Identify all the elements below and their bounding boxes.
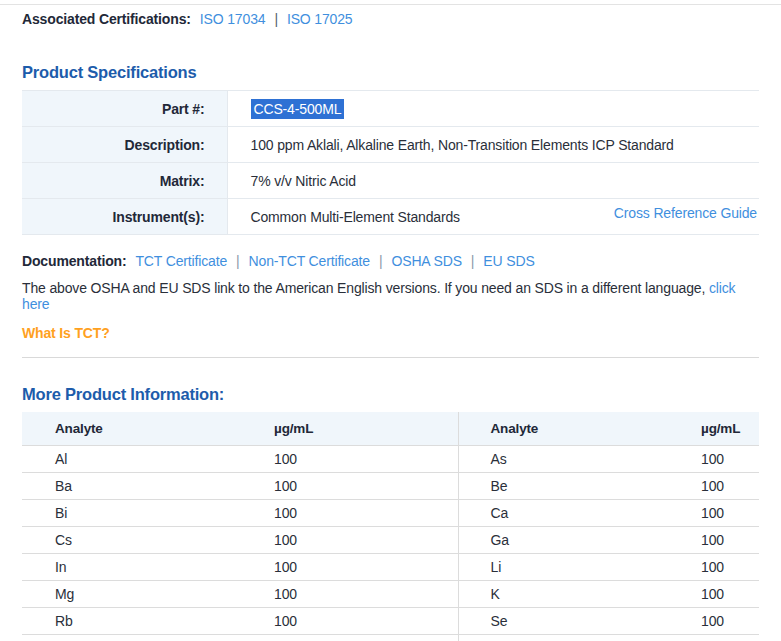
cross-reference-guide-link[interactable]: Cross Reference Guide <box>614 205 757 221</box>
top-divider <box>0 4 781 5</box>
analyte-row: Na100Sr100 <box>22 634 759 641</box>
spec-label-matrix: Matrix: <box>22 163 227 199</box>
concentration-cell: 100 <box>668 580 759 607</box>
analyte-cell: Sr <box>458 634 668 641</box>
analyte-cell: Ba <box>22 472 272 499</box>
concentration-cell: 100 <box>272 634 458 641</box>
analyte-cell: Bi <box>22 499 272 526</box>
separator: | <box>274 11 278 27</box>
spec-value-description: 100 ppm Aklali, Alkaline Earth, Non-Tran… <box>227 127 759 163</box>
spec-row-matrix: Matrix: 7% v/v Nitric Acid <box>22 163 759 199</box>
analyte-cell: As <box>458 445 668 472</box>
analyte-cell: Al <box>22 445 272 472</box>
analyte-cell: Ca <box>458 499 668 526</box>
analyte-cell: Ga <box>458 526 668 553</box>
ug-ml-header: µg/mL <box>272 412 458 445</box>
analyte-cell: In <box>22 553 272 580</box>
spec-value-matrix: 7% v/v Nitric Acid <box>227 163 759 199</box>
analyte-row: Mg100K100 <box>22 580 759 607</box>
spec-value-part: CCS-4-500ML <box>227 91 759 127</box>
spec-row-description: Description: 100 ppm Aklali, Alkaline Ea… <box>22 127 759 163</box>
concentration-cell: 100 <box>668 607 759 634</box>
analyte-row: Bi100Ca100 <box>22 499 759 526</box>
product-specifications-title: Product Specifications <box>22 63 759 82</box>
concentration-cell: 100 <box>272 499 458 526</box>
concentration-cell: 100 <box>272 553 458 580</box>
analyte-row: Al100As100 <box>22 445 759 472</box>
part-number-selected-text: CCS-4-500ML <box>251 99 345 119</box>
analyte-table: Analyte µg/mL Analyte µg/mL Al100As100Ba… <box>22 412 759 641</box>
spec-row-part: Part #: CCS-4-500ML <box>22 91 759 127</box>
analyte-row: Cs100Ga100 <box>22 526 759 553</box>
separator: | <box>471 253 475 269</box>
analyte-cell: Li <box>458 553 668 580</box>
non-tct-certificate-link[interactable]: Non-TCT Certificate <box>249 253 370 269</box>
concentration-cell: 100 <box>668 553 759 580</box>
concentration-cell: 100 <box>668 526 759 553</box>
more-product-information-title: More Product Information: <box>22 385 759 404</box>
analyte-row: Rb100Se100 <box>22 607 759 634</box>
sds-language-note: The above OSHA and EU SDS link to the Am… <box>22 280 759 312</box>
analyte-row: Ba100Be100 <box>22 472 759 499</box>
concentration-cell: 100 <box>668 445 759 472</box>
iso-17034-link[interactable]: ISO 17034 <box>200 11 266 27</box>
iso-17025-link[interactable]: ISO 17025 <box>287 11 353 27</box>
analyte-cell: Be <box>458 472 668 499</box>
tct-certificate-link[interactable]: TCT Certificate <box>135 253 227 269</box>
section-divider <box>22 357 759 358</box>
spec-label-part: Part #: <box>22 91 227 127</box>
spec-label-description: Description: <box>22 127 227 163</box>
associated-certifications-label: Associated Certifications: <box>22 11 191 27</box>
concentration-cell: 100 <box>272 526 458 553</box>
concentration-cell: 100 <box>272 445 458 472</box>
documentation-row: Documentation: TCT Certificate | Non-TCT… <box>22 253 759 269</box>
analyte-cell: Mg <box>22 580 272 607</box>
analyte-table-header-row: Analyte µg/mL Analyte µg/mL <box>22 412 759 445</box>
eu-sds-link[interactable]: EU SDS <box>483 253 534 269</box>
what-is-tct-link[interactable]: What Is TCT? <box>22 325 110 341</box>
spec-label-instruments: Instrument(s): <box>22 199 227 235</box>
analyte-row: In100Li100 <box>22 553 759 580</box>
instruments-value-text: Common Multi-Element Standards <box>251 209 460 225</box>
analyte-cell: Na <box>22 634 272 641</box>
osha-sds-link[interactable]: OSHA SDS <box>391 253 461 269</box>
analyte-table-body: Al100As100Ba100Be100Bi100Ca100Cs100Ga100… <box>22 445 759 641</box>
analyte-header: Analyte <box>22 412 272 445</box>
analyte-header: Analyte <box>458 412 668 445</box>
separator: | <box>379 253 383 269</box>
product-specifications-table: Part #: CCS-4-500ML Description: 100 ppm… <box>22 90 759 235</box>
concentration-cell: 100 <box>272 607 458 634</box>
analyte-cell: Cs <box>22 526 272 553</box>
separator: | <box>236 253 240 269</box>
analyte-cell: K <box>458 580 668 607</box>
sds-language-note-text: The above OSHA and EU SDS link to the Am… <box>22 280 705 296</box>
concentration-cell: 100 <box>668 472 759 499</box>
concentration-cell: 100 <box>272 472 458 499</box>
documentation-label: Documentation: <box>22 253 126 269</box>
analyte-cell: Se <box>458 607 668 634</box>
associated-certifications-row: Associated Certifications: ISO 17034 | I… <box>22 11 759 27</box>
page-content: Associated Certifications: ISO 17034 | I… <box>0 11 781 641</box>
concentration-cell: 100 <box>668 499 759 526</box>
spec-value-instruments: Common Multi-Element Standards Cross Ref… <box>227 199 759 235</box>
concentration-cell: 100 <box>668 634 759 641</box>
spec-row-instruments: Instrument(s): Common Multi-Element Stan… <box>22 199 759 235</box>
analyte-cell: Rb <box>22 607 272 634</box>
ug-ml-header: µg/mL <box>668 412 759 445</box>
concentration-cell: 100 <box>272 580 458 607</box>
